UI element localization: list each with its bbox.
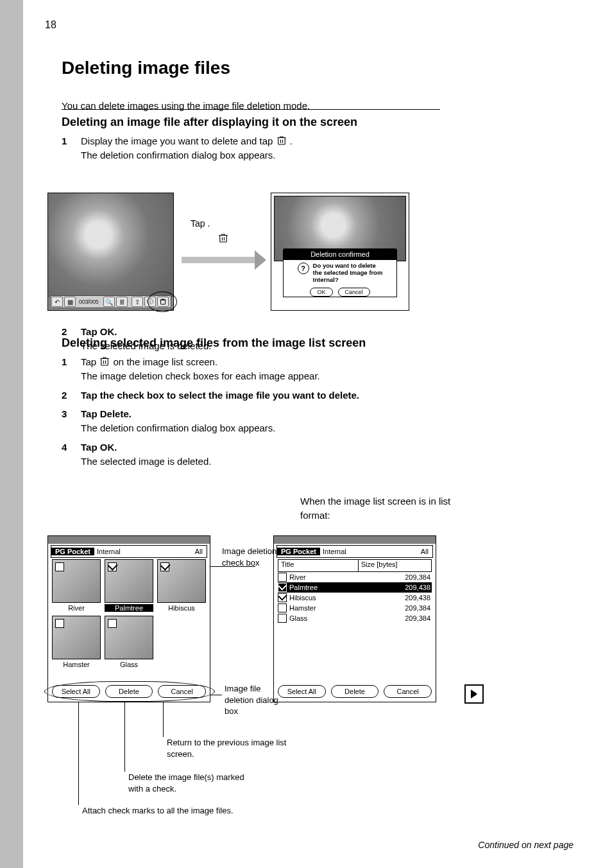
cancel-button[interactable]: Cancel bbox=[158, 685, 206, 698]
storage-location[interactable]: Internal bbox=[320, 548, 346, 555]
arrow-tap-trash: Tap . bbox=[179, 218, 262, 276]
svg-rect-0 bbox=[278, 138, 285, 145]
continued-note: Continued on next page bbox=[478, 840, 574, 850]
file-size: 209,384 bbox=[363, 573, 432, 581]
list-item[interactable]: Palmtree 209,438 bbox=[278, 582, 432, 593]
pda-topstrip bbox=[274, 536, 436, 544]
svg-rect-1 bbox=[161, 300, 166, 304]
delete-checkbox[interactable] bbox=[160, 562, 169, 571]
delete-checkbox[interactable] bbox=[278, 593, 287, 602]
file-size: 209,438 bbox=[363, 594, 432, 602]
delete-checkbox[interactable] bbox=[55, 562, 64, 571]
thumbnail-label: Palmtree bbox=[105, 604, 153, 612]
button-bar: Select All Delete Cancel bbox=[52, 685, 206, 698]
delete-checkbox[interactable] bbox=[278, 573, 287, 582]
viewer-toolbar: ↶ ▦ 003/005 🔍 ≣ ⇪ ⓘ bbox=[50, 295, 171, 308]
list-item[interactable]: Hamster 209,384 bbox=[278, 603, 432, 613]
section2-step1-detail: The image deletion check boxes for each … bbox=[81, 369, 511, 383]
thumbnail-item[interactable]: Palmtree bbox=[105, 559, 153, 612]
list-header: Title Size [bytes] bbox=[278, 559, 432, 572]
pda-header: PG Pocket Internal All bbox=[276, 545, 433, 558]
screenshot-thumbnail-select: PG Pocket Internal All River Palmtree bbox=[47, 535, 210, 702]
category-dropdown[interactable]: All bbox=[195, 548, 207, 555]
file-name: Hibiscus bbox=[289, 594, 363, 602]
delete-checkbox[interactable] bbox=[278, 583, 287, 592]
select-all-button[interactable]: Select All bbox=[278, 685, 326, 698]
delete-button[interactable]: Delete bbox=[105, 685, 153, 698]
thumbnail-label: Hamster bbox=[52, 661, 101, 668]
step-text: Tap Delete. bbox=[81, 408, 132, 419]
step-number: 1 bbox=[62, 355, 73, 369]
column-size[interactable]: Size [bytes] bbox=[359, 560, 431, 571]
page-turn-icon bbox=[464, 684, 484, 704]
trash-icon bbox=[217, 232, 229, 244]
callout-line bbox=[124, 702, 125, 772]
callout-line bbox=[78, 702, 79, 805]
zoom-icon[interactable]: 🔍 bbox=[103, 297, 115, 307]
thumb-icon[interactable]: ▦ bbox=[64, 297, 76, 307]
section1-step1: 1 Display the image you want to delete a… bbox=[62, 134, 511, 148]
thumbnail-item[interactable]: Hamster bbox=[52, 616, 101, 668]
delete-checkbox[interactable] bbox=[278, 614, 287, 623]
trash-icon[interactable] bbox=[157, 297, 169, 307]
cancel-button[interactable]: Cancel bbox=[384, 685, 432, 698]
file-name: Palmtree bbox=[289, 584, 363, 591]
cancel-button[interactable]: Cancel bbox=[338, 288, 370, 297]
ok-button[interactable]: OK bbox=[310, 288, 332, 297]
section2-step3-detail: The deletion confirmation dialog box app… bbox=[81, 421, 511, 435]
callout-checkbox: Image deletion check box bbox=[222, 546, 280, 568]
file-name: Glass bbox=[289, 614, 363, 622]
select-all-button[interactable]: Select All bbox=[52, 685, 100, 698]
file-list: River 209,384 Palmtree 209,438 Hibiscus … bbox=[278, 572, 432, 623]
page: 18 Deleting image files You can delete i… bbox=[0, 0, 612, 868]
section2-step2: 2 Tap the check box to select the image … bbox=[62, 388, 511, 403]
step-number: 3 bbox=[62, 407, 73, 421]
callout-dialog-box: Image file deletion dialog box bbox=[225, 683, 282, 717]
app-name: PG Pocket bbox=[277, 548, 320, 555]
pda-header: PG Pocket Internal All bbox=[51, 545, 207, 558]
category-dropdown[interactable]: All bbox=[421, 548, 432, 555]
figure-delete-list: PG Pocket Internal All River Palmtree bbox=[47, 535, 497, 805]
file-size: 209,438 bbox=[363, 584, 432, 591]
list-item[interactable]: Glass 209,384 bbox=[278, 613, 432, 623]
file-name: Hamster bbox=[289, 604, 363, 612]
back-icon[interactable]: ↶ bbox=[51, 297, 63, 307]
beam-icon[interactable]: ⇪ bbox=[132, 297, 143, 307]
thumbnail-item[interactable]: Glass bbox=[105, 616, 153, 668]
storage-location[interactable]: Internal bbox=[94, 548, 121, 555]
thumbnail-item[interactable]: Hibiscus bbox=[157, 559, 206, 612]
section2-step3: 3 Tap Delete. bbox=[62, 407, 511, 421]
delete-checkbox[interactable] bbox=[108, 619, 117, 628]
thumbnail-label: Glass bbox=[105, 661, 153, 668]
vertical-sidebar bbox=[0, 0, 23, 868]
list-item[interactable]: River 209,384 bbox=[278, 572, 432, 582]
period: . bbox=[290, 135, 293, 146]
section-delete-single: Deleting an image file after displaying … bbox=[62, 116, 511, 162]
section1-step1-detail: The deletion confirmation dialog box app… bbox=[81, 148, 511, 162]
svg-rect-2 bbox=[220, 236, 227, 243]
trash-icon bbox=[99, 356, 110, 367]
file-size: 209,384 bbox=[363, 604, 432, 612]
delete-checkbox[interactable] bbox=[108, 562, 117, 571]
screenshot-list-select: PG Pocket Internal All Title Size [bytes… bbox=[273, 535, 436, 702]
callout-line bbox=[163, 702, 164, 737]
info-icon[interactable]: ⓘ bbox=[144, 297, 156, 307]
section1-title: Deleting an image file after displaying … bbox=[62, 116, 511, 129]
page-number: 18 bbox=[45, 19, 56, 31]
callout-selectall-desc: Attach check marks to all the image file… bbox=[82, 805, 300, 817]
question-icon: ? bbox=[298, 263, 309, 274]
arrow-label-text: Tap . bbox=[191, 218, 210, 229]
list-icon[interactable]: ≣ bbox=[116, 297, 128, 307]
step-text: Tap OK. bbox=[81, 326, 117, 337]
list-item[interactable]: Hibiscus 209,438 bbox=[278, 593, 432, 603]
thumbnail-item[interactable]: River bbox=[52, 559, 101, 612]
delete-checkbox[interactable] bbox=[55, 619, 64, 628]
delete-checkbox[interactable] bbox=[278, 603, 287, 612]
step-number: 1 bbox=[62, 134, 73, 148]
dialog-message: Do you want to delete the selected Image… bbox=[313, 263, 383, 284]
column-title[interactable]: Title bbox=[278, 560, 359, 571]
file-name: River bbox=[289, 573, 363, 581]
list-format-intro: When the image list screen is in list fo… bbox=[300, 494, 493, 523]
callout-delete-desc: Delete the image file(s) marked with a c… bbox=[128, 772, 308, 794]
delete-button[interactable]: Delete bbox=[331, 685, 379, 698]
